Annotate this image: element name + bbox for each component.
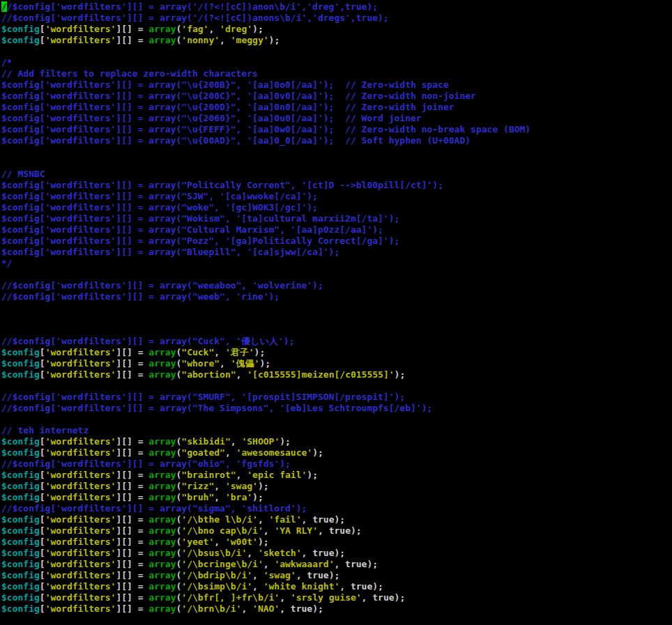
code-token-str: 'wordfilters' [45, 347, 116, 357]
code-token-punct: [ [40, 35, 45, 45]
code-token-punct: , [220, 358, 231, 369]
code-token-punct: [ [40, 358, 45, 369]
code-line [1, 269, 672, 280]
code-token-func: array [148, 436, 176, 447]
code-line: //$config['wordfilters'][] = array("sigm… [1, 503, 672, 514]
code-token-comment: $config['wordfilters'][] = array("\u{200… [1, 102, 455, 112]
code-area[interactable]: //$config['wordfilters'][] = array('/(?<… [1, 1, 672, 625]
code-token-func: array [148, 24, 176, 34]
code-token-func: array [148, 592, 176, 603]
code-token-str: '君子' [225, 347, 254, 357]
code-token-punct: ); [259, 358, 270, 369]
code-line: $config['wordfilters'][] = array("Cultur… [1, 224, 672, 236]
code-token-str: 'white knight' [264, 581, 340, 592]
code-token-var: $config [1, 525, 40, 536]
code-token-str: 'w00t' [225, 537, 258, 547]
code-token-comment: $config['wordfilters'][] = array("\u{206… [1, 113, 422, 123]
code-line: //$config['wordfilters'][] = array('/(?<… [1, 1, 672, 13]
code-token-punct: [ [40, 436, 45, 447]
code-line: $config['wordfilters'][] = array("Cuck",… [1, 347, 672, 358]
code-token-func: array [148, 559, 176, 569]
code-line: $config['wordfilters'][] = array("\u{200… [1, 102, 672, 113]
code-token-var: $config [1, 548, 40, 558]
code-token-punct: ][] = [116, 447, 148, 458]
code-token-comment: //$config['wordfilters'][] = array("The … [1, 403, 432, 413]
code-token-punct: ); [307, 470, 318, 480]
code-line [1, 414, 672, 425]
code-line: $config['wordfilters'][] = array('nonny'… [1, 35, 672, 46]
code-token-str: "bruh" [181, 492, 214, 502]
code-token-str: '/\bsimp\b/i' [181, 581, 252, 592]
code-line: $config['wordfilters'][] = array("\u{206… [1, 113, 672, 124]
code-token-punct: [ [40, 347, 45, 357]
code-token-punct: ][] = [116, 548, 148, 558]
code-token-punct: , [280, 592, 291, 603]
text-cursor: / [1, 1, 7, 12]
code-line: // Add filters to replace zero-width cha… [1, 68, 672, 79]
code-line [1, 325, 672, 336]
code-token-str: 'wordfilters' [45, 559, 116, 569]
code-token-punct: ][] = [116, 514, 148, 525]
code-token-punct: , [252, 570, 264, 580]
code-token-punct: ][] = [116, 537, 148, 547]
code-line: //$config['wordfilters'][] = array("SMUR… [1, 392, 672, 403]
code-token-punct: , [214, 347, 225, 357]
code-token-punct: ); [395, 369, 406, 380]
code-token-punct: ][] = [116, 347, 148, 357]
code-token-comment: // teh internetz [1, 425, 89, 435]
code-token-var: $config [1, 470, 40, 480]
code-token-var: $config [1, 537, 40, 547]
code-token-punct: ][] = [116, 592, 148, 603]
code-line: // teh internetz [1, 425, 672, 436]
code-line [1, 46, 672, 57]
code-token-punct: [ [40, 581, 45, 592]
code-line: $config['wordfilters'][] = array('/\bfr[… [1, 592, 672, 603]
code-token-str: 'wordfilters' [45, 358, 116, 369]
code-token-str: 'sketch' [258, 548, 302, 558]
code-token-punct: , [214, 481, 225, 491]
code-token-punct: ][] = [116, 570, 148, 580]
code-token-func: array [148, 514, 176, 525]
code-token-punct: ][] = [116, 436, 148, 447]
code-token-str: 'awesomesauce' [236, 447, 313, 458]
code-token-punct: ][] = [116, 603, 148, 614]
code-token-punct: ][] = [116, 24, 148, 34]
code-token-func: array [148, 603, 176, 614]
code-token-var: $config [1, 481, 40, 491]
code-token-punct: [ [40, 369, 45, 380]
code-token-punct: [ [40, 548, 45, 558]
code-token-punct: , true); [318, 525, 362, 536]
code-token-punct: ][] = [116, 492, 148, 502]
code-token-punct: ][] = [116, 35, 148, 45]
code-token-punct: [ [40, 603, 45, 614]
code-token-punct: , [231, 436, 242, 447]
terminal-screen: //$config['wordfilters'][] = array('/(?<… [0, 0, 672, 625]
code-token-punct: , true); [334, 559, 378, 569]
code-line: $config['wordfilters'][] = array('/\brn\… [1, 603, 672, 615]
code-token-str: "whore" [181, 358, 220, 369]
code-token-func: array [148, 481, 176, 491]
code-line: $config['wordfilters'][] = array('yeet',… [1, 537, 672, 548]
code-token-str: '[c015555]meizen[/c015555]' [247, 369, 394, 380]
code-token-var: $config [1, 436, 40, 447]
code-token-comment: $config['wordfilters'][] = array("\u{200… [1, 91, 476, 101]
code-token-punct: [ [40, 447, 45, 458]
code-token-str: 'wordfilters' [45, 537, 116, 547]
code-line: $config['wordfilters'][] = array("Bluepi… [1, 247, 672, 258]
code-token-func: array [148, 470, 176, 480]
code-token-func: array [148, 581, 176, 592]
code-token-str: 'wordfilters' [45, 603, 116, 614]
code-token-str: 'SHOOP' [241, 436, 280, 447]
code-token-punct: , [252, 581, 264, 592]
code-token-str: 'wordfilters' [45, 369, 116, 380]
code-line: $config['wordfilters'][] = array('/\bsim… [1, 581, 672, 592]
code-line: $config['wordfilters'][] = array("SJW", … [1, 191, 672, 202]
code-token-punct: ); [254, 347, 266, 357]
code-line: //$config['wordfilters'][] = array("ohio… [1, 458, 672, 470]
code-token-punct: [ [40, 525, 45, 536]
code-token-var: $config [1, 592, 40, 603]
code-token-func: array [148, 358, 176, 369]
code-token-str: 'wordfilters' [45, 514, 116, 525]
code-line: $config['wordfilters'][] = array("\u{00A… [1, 135, 672, 146]
code-token-comment: $config['wordfilters'][] = array("\u{FEF… [1, 124, 530, 134]
